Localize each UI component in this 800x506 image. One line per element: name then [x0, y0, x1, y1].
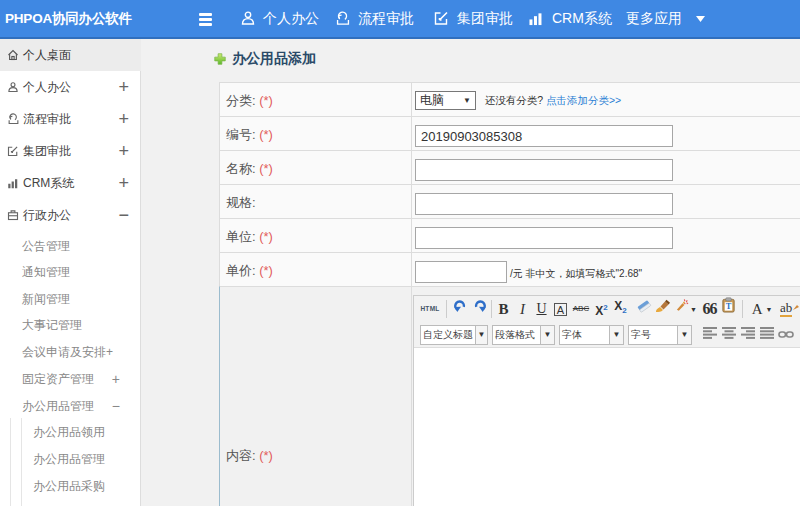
svg-text:T: T	[726, 301, 732, 311]
